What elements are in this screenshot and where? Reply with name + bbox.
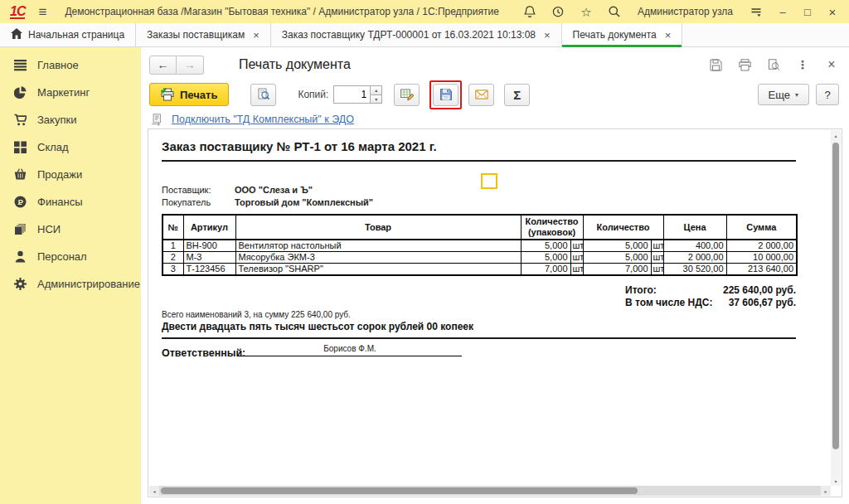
sidebar-item-purchases[interactable]: Закупки	[0, 106, 141, 133]
envelope-icon	[475, 88, 488, 101]
horizontal-scroll-track[interactable]	[159, 486, 821, 496]
form-toolbar: Печать Копий: ▴ ▾	[149, 80, 839, 109]
stacked-docs-icon	[14, 223, 27, 235]
document-area: Заказ поставщику № РТ-1 от 16 марта 2021…	[148, 128, 842, 497]
preview-doc-icon	[257, 88, 270, 101]
section-sidebar: Главное Маркетинг Закупки Склад Продажи …	[0, 47, 141, 504]
pie-chart-icon	[14, 86, 27, 99]
sidebar-item-marketing[interactable]: Маркетинг	[0, 79, 141, 106]
copies-input[interactable]	[333, 85, 370, 104]
close-tab-icon[interactable]: ×	[665, 30, 672, 41]
person-icon	[14, 250, 27, 263]
sidebar-item-main[interactable]: Главное	[0, 51, 141, 79]
col-num[interactable]: №	[163, 215, 183, 240]
more-menu-icon[interactable]: ⋮	[795, 57, 810, 72]
main-menu-icon[interactable]: ≡	[38, 5, 46, 19]
tab-home[interactable]: Начальная страница	[0, 23, 136, 46]
sidebar-item-nsi[interactable]: НСИ	[0, 216, 141, 243]
document-title: Заказ поставщику № РТ-1 от 16 марта 2021…	[162, 139, 437, 153]
col-product[interactable]: Товар	[235, 215, 521, 240]
top-bar: 1С ≡ Демонстрационная база /Магазин "Быт…	[0, 0, 849, 23]
save-document-button[interactable]	[433, 84, 458, 106]
tab-supplier-order-document[interactable]: Заказ поставщику ТДРТ-000001 от 16.03.20…	[271, 23, 562, 46]
tab-label: Заказ поставщику ТДРТ-000001 от 16.03.20…	[282, 29, 536, 41]
service-menu-icon[interactable]	[748, 3, 764, 20]
form-header: ← → Печать документа ⋮ ×	[149, 52, 839, 77]
responsible-label: Ответственный:	[162, 347, 245, 359]
preview-icon[interactable]	[766, 57, 781, 72]
sidebar-item-finance[interactable]: P Финансы	[0, 188, 141, 216]
close-form-icon[interactable]: ×	[824, 57, 839, 72]
tab-print-document[interactable]: Печать документа ×	[562, 23, 683, 46]
save-icon[interactable]	[708, 57, 723, 72]
close-window-button[interactable]: ×	[826, 5, 839, 19]
total-label: Итого:	[625, 284, 657, 297]
col-sku[interactable]: Артикул	[183, 215, 235, 240]
favorites-star-icon[interactable]: ☆	[578, 3, 594, 20]
save-highlight-box	[429, 80, 462, 109]
send-email-button[interactable]	[468, 84, 494, 106]
edo-connect-link[interactable]: Подключить "ТД Комплексный" к ЭДО	[172, 114, 354, 125]
scroll-up-arrow[interactable]: ▴	[831, 130, 841, 140]
footer-rule	[162, 337, 796, 339]
scroll-down-arrow[interactable]: ▾	[831, 476, 841, 486]
col-qty[interactable]: Количество	[583, 215, 663, 240]
vat-value: 37 606,67 руб.	[729, 297, 796, 309]
grid-pencil-icon	[400, 88, 414, 101]
col-sum[interactable]: Сумма	[726, 215, 797, 240]
form-print-document: ← → Печать документа ⋮ × Пе	[141, 47, 849, 504]
sidebar-item-sales[interactable]: Продажи	[0, 161, 141, 188]
close-tab-icon[interactable]: ×	[544, 30, 551, 41]
maximize-button[interactable]: □	[801, 6, 814, 18]
preview-button[interactable]	[250, 84, 276, 106]
horizontal-scroll-thumb[interactable]	[161, 487, 638, 494]
buyer-value: Торговый дом "Комплексный"	[235, 197, 373, 207]
horizontal-scrollbar[interactable]: ◂ ▸	[149, 486, 831, 496]
edo-exchange-icon	[151, 114, 164, 126]
responsible-value: Борисов Ф.М.	[238, 344, 462, 356]
svg-text:P: P	[18, 197, 24, 206]
table-row: 1 ВН-900 Вентилятор настольный 5,000 шт …	[163, 240, 797, 252]
spin-down-button[interactable]: ▾	[371, 95, 381, 104]
history-icon[interactable]	[550, 3, 566, 20]
minimize-button[interactable]: –	[776, 6, 789, 18]
scroll-right-arrow[interactable]: ▸	[821, 488, 831, 494]
copies-stepper: ▴ ▾	[333, 85, 382, 104]
edit-table-button[interactable]	[394, 84, 420, 106]
vertical-scrollbar[interactable]: ▴ ▾	[831, 130, 841, 486]
back-button[interactable]: ←	[149, 56, 177, 75]
forward-button[interactable]: →	[177, 56, 204, 75]
supplier-row: Поставщик: ООО "Слеза и Ъ"	[162, 185, 211, 195]
page-title: Печать документа	[239, 57, 351, 72]
total-value: 225 640,00 руб.	[723, 284, 796, 297]
spin-up-button[interactable]: ▴	[371, 86, 381, 95]
sum-button[interactable]: Σ	[504, 84, 530, 106]
close-tab-icon[interactable]: ×	[253, 30, 260, 41]
print-button[interactable]: Печать	[149, 83, 229, 106]
sidebar-item-personnel[interactable]: Персонал	[0, 243, 141, 270]
current-user[interactable]: Администратор узла	[638, 6, 733, 17]
col-price[interactable]: Цена	[663, 215, 726, 240]
basket-icon	[14, 168, 27, 181]
print-icon[interactable]	[737, 57, 752, 72]
scroll-left-arrow[interactable]: ◂	[149, 488, 159, 494]
table-header-row: № Артикул Товар Количество (упаковок) Ко…	[163, 215, 797, 240]
sidebar-item-administration[interactable]: Администрирование	[0, 270, 141, 298]
ruble-coin-icon: P	[14, 196, 27, 208]
edo-link-row: Подключить "ТД Комплексный" к ЭДО	[151, 111, 354, 128]
tab-supplier-orders[interactable]: Заказы поставщикам ×	[136, 23, 271, 46]
search-icon[interactable]	[606, 3, 623, 20]
cart-icon	[14, 114, 27, 126]
vertical-scroll-thumb[interactable]	[832, 143, 839, 449]
col-qty-pack[interactable]: Количество (упаковок)	[521, 215, 583, 240]
1c-logo: 1С	[10, 5, 25, 19]
vat-label: В том числе НДС:	[625, 297, 712, 309]
more-button[interactable]: Еще ▾	[758, 84, 809, 105]
sidebar-item-warehouse[interactable]: Склад	[0, 133, 141, 161]
tab-label: Печать документа	[573, 29, 657, 41]
notifications-bell-icon[interactable]	[522, 3, 538, 20]
help-button[interactable]: ?	[816, 84, 839, 105]
app-window: 1С ≡ Демонстрационная база /Магазин "Быт…	[0, 0, 849, 504]
printer-check-icon	[161, 88, 174, 101]
document-canvas[interactable]: Заказ поставщику № РТ-1 от 16 марта 2021…	[149, 130, 831, 486]
